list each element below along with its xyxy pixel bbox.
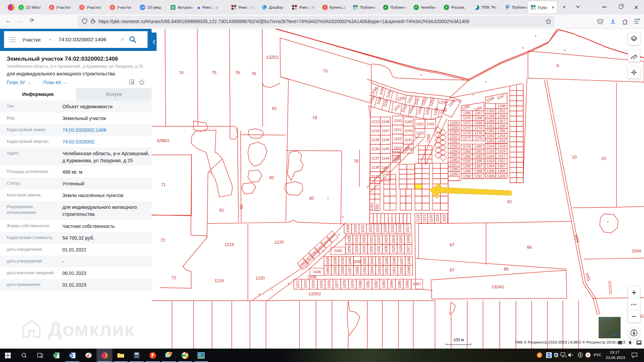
svg-text:1031: 1031: [377, 245, 381, 253]
svg-text:1026: 1026: [406, 236, 410, 243]
svg-text:1001: 1001: [585, 272, 591, 282]
svg-text:1202: 1202: [421, 97, 428, 106]
svg-text:1305: 1305: [487, 169, 494, 173]
svg-text:1027: 1027: [406, 245, 410, 253]
svg-text:1054: 1054: [370, 266, 374, 274]
svg-text:1298: 1298: [450, 167, 458, 171]
svg-text:1137: 1137: [371, 156, 379, 160]
svg-text:1293: 1293: [450, 144, 458, 148]
svg-text:1150: 1150: [394, 119, 402, 123]
svg-text:1046: 1046: [392, 257, 396, 265]
svg-text:1282: 1282: [474, 155, 482, 159]
svg-text:1055: 1055: [363, 266, 367, 274]
svg-text:1230: 1230: [450, 130, 458, 134]
svg-text:1017: 1017: [406, 225, 410, 232]
svg-text:1317: 1317: [497, 154, 505, 158]
svg-text:1153: 1153: [394, 146, 402, 150]
svg-text:1020: 1020: [362, 236, 366, 243]
svg-text:75: 75: [212, 70, 216, 75]
svg-text:81: 81: [272, 106, 277, 111]
svg-text:1080: 1080: [358, 280, 362, 288]
svg-text:1220: 1220: [274, 240, 284, 245]
svg-text:1318: 1318: [497, 144, 505, 148]
svg-text:1015: 1015: [390, 225, 394, 232]
svg-text:1051: 1051: [392, 266, 396, 274]
svg-text:1206: 1206: [433, 107, 439, 116]
svg-text:82: 82: [239, 204, 244, 209]
svg-text:1006: 1006: [405, 280, 409, 288]
svg-text:Y: Y: [587, 353, 589, 357]
svg-text:1160: 1160: [404, 120, 412, 124]
svg-text:1199: 1199: [383, 99, 389, 108]
svg-text:1256: 1256: [497, 124, 505, 128]
svg-text:1309: 1309: [497, 174, 505, 178]
svg-text:1273: 1273: [463, 131, 471, 135]
svg-text:1275: 1275: [474, 131, 482, 135]
svg-text:67: 67: [450, 242, 454, 247]
svg-text:82: 82: [269, 175, 274, 180]
svg-text:1251: 1251: [497, 109, 505, 113]
svg-text:10: 10: [572, 155, 577, 160]
svg-text:1008: 1008: [308, 275, 316, 279]
svg-text:1121: 1121: [422, 215, 426, 222]
svg-text:1040: 1040: [348, 257, 352, 265]
svg-text:72: 72: [171, 275, 176, 280]
svg-text:1263: 1263: [487, 134, 494, 138]
svg-text:1007: 1007: [413, 282, 421, 286]
svg-text:1272: 1272: [463, 126, 471, 130]
svg-text:2: 2: [539, 353, 541, 357]
svg-text:3268/2: 3268/2: [157, 138, 169, 143]
svg-text:1276: 1276: [474, 136, 482, 140]
svg-text:1274: 1274: [474, 126, 482, 130]
svg-text:1138: 1138: [371, 165, 379, 169]
svg-text:1315: 1315: [487, 149, 494, 153]
svg-text:1035: 1035: [347, 245, 351, 253]
svg-text:1044: 1044: [377, 257, 381, 265]
svg-text:1252: 1252: [487, 139, 494, 143]
svg-text:1254: 1254: [497, 134, 505, 138]
svg-text:1325/1: 1325/1: [266, 55, 279, 60]
svg-text:8: 8: [557, 63, 559, 68]
svg-text:66: 66: [504, 266, 508, 272]
svg-text:1262: 1262: [487, 129, 494, 133]
svg-text:1021: 1021: [369, 236, 373, 243]
svg-text:1144: 1144: [381, 156, 389, 160]
svg-text:1286: 1286: [463, 164, 471, 168]
svg-text:X: X: [54, 354, 56, 357]
svg-text:1255: 1255: [497, 129, 505, 133]
svg-text:1324/1: 1324/1: [491, 284, 504, 289]
svg-text:1049: 1049: [407, 266, 411, 274]
svg-text:1253: 1253: [497, 139, 505, 143]
svg-text:1074: 1074: [311, 280, 315, 288]
svg-text:1289: 1289: [463, 169, 471, 173]
svg-text:1009: 1009: [346, 225, 350, 232]
svg-text:1284: 1284: [463, 155, 471, 159]
svg-text:1079: 1079: [351, 280, 355, 288]
svg-text:1119: 1119: [435, 215, 439, 222]
svg-text:1019: 1019: [355, 236, 359, 243]
svg-text:1351: 1351: [369, 202, 374, 210]
svg-text:1048: 1048: [407, 257, 411, 265]
svg-text:76: 76: [251, 71, 256, 76]
svg-text:1229: 1229: [450, 126, 458, 130]
svg-text:1285: 1285: [474, 159, 482, 163]
svg-text:1016: 1016: [398, 225, 402, 232]
svg-text:81: 81: [219, 207, 224, 213]
svg-text:1192: 1192: [414, 97, 420, 106]
svg-text:74: 74: [179, 70, 183, 75]
svg-text:1146: 1146: [381, 138, 389, 142]
svg-text:1296: 1296: [450, 158, 458, 162]
svg-text:1136: 1136: [371, 147, 379, 151]
svg-text:1311: 1311: [498, 159, 505, 163]
svg-text:1280: 1280: [474, 144, 482, 148]
svg-text:1056: 1056: [355, 266, 359, 274]
svg-text:1075: 1075: [319, 280, 323, 288]
svg-text:1059: 1059: [333, 266, 337, 274]
svg-text:1281: 1281: [474, 149, 482, 154]
svg-text:1231: 1231: [450, 135, 458, 139]
svg-text:1220: 1220: [255, 276, 265, 281]
svg-text:1200: 1200: [397, 96, 406, 102]
svg-text:1308: 1308: [497, 169, 505, 173]
svg-text:1162: 1162: [416, 131, 424, 135]
svg-text:1428: 1428: [326, 257, 330, 265]
